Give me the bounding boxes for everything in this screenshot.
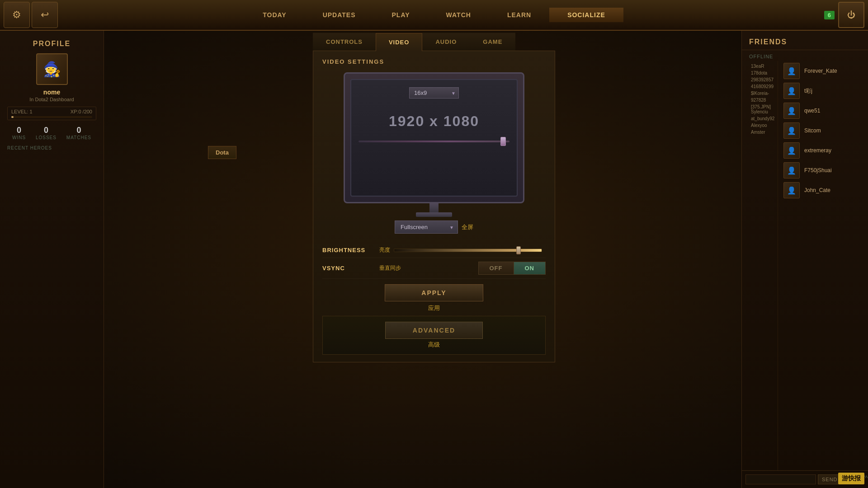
losses-label: LOSSES bbox=[36, 135, 57, 140]
right-sidebar: FRIENDS OFFLINE 13eaR 178dota 298392857 … bbox=[741, 31, 868, 488]
friend-item-2[interactable]: 👤 qwe51 bbox=[778, 101, 868, 121]
stats-row: 0 WINS 0 LOSSES 0 MATCHES bbox=[7, 126, 96, 140]
left-sidebar: PROFILE 🧙 nome In Dota2 Dashboard LEVEL:… bbox=[0, 31, 104, 488]
stat-matches: 0 MATCHES bbox=[66, 126, 91, 140]
stat-losses: 0 LOSSES bbox=[36, 126, 57, 140]
friend-name-0: Forever_Kate bbox=[804, 68, 837, 74]
friend-avatar-0: 👤 bbox=[783, 63, 800, 79]
friend-item-4[interactable]: 👤 extremeray bbox=[778, 141, 868, 160]
friend-name-6: John_Cate bbox=[804, 187, 830, 193]
vsync-off-btn[interactable]: OFF bbox=[479, 262, 514, 274]
monitor-slider-track bbox=[359, 141, 509, 142]
losses-value: 0 bbox=[36, 126, 57, 135]
friend-item-1[interactable]: 👤 t彩j bbox=[778, 81, 868, 101]
profile-section: PROFILE 🧙 nome In Dota2 Dashboard LEVEL:… bbox=[7, 40, 96, 150]
dota-tab[interactable]: Dota bbox=[208, 146, 236, 159]
nav-tab-today[interactable]: TODAY bbox=[245, 8, 304, 22]
monitor-stand bbox=[344, 203, 524, 217]
friends-right-col: 👤 Forever_Kate 👤 t彩j 👤 qwe51 👤 Sitcom 👤 bbox=[778, 61, 868, 470]
friend-left-name-3: 416809299 bbox=[745, 83, 774, 90]
tab-video[interactable]: VIDEO bbox=[376, 33, 422, 51]
vsync-on-btn[interactable]: ON bbox=[514, 262, 546, 274]
apply-button[interactable]: APPLY bbox=[385, 284, 483, 301]
friends-search-input[interactable] bbox=[745, 474, 816, 484]
friend-avatar-4: 👤 bbox=[783, 142, 800, 159]
profile-status: In Dota2 Dashboard bbox=[7, 97, 96, 102]
advanced-button[interactable]: ADVANCED bbox=[385, 322, 483, 339]
brightness-slider[interactable] bbox=[394, 249, 542, 252]
xp-info: XP:0 /200 bbox=[71, 109, 92, 114]
friend-left-name-8: Alexyoo bbox=[745, 122, 774, 129]
friend-left-name-4: $lKoreia- bbox=[745, 90, 774, 97]
screen-mode-row: Fullscreen 全屏 bbox=[344, 221, 524, 234]
back-icon-btn[interactable]: ↩ bbox=[32, 2, 58, 28]
profile-name: nome bbox=[7, 89, 96, 96]
profile-title: PROFILE bbox=[7, 40, 96, 48]
friend-item-5[interactable]: 👤 F750jShuai bbox=[778, 160, 868, 180]
power-button[interactable]: ⏻ bbox=[838, 2, 864, 28]
friends-offline-label: OFFLINE bbox=[742, 50, 868, 61]
resolution-display: 868 x 488 bbox=[389, 113, 479, 130]
friend-left-name-2: 298392857 bbox=[745, 76, 774, 83]
tab-game[interactable]: GAME bbox=[470, 33, 515, 51]
vsync-label-area: VSYNC 垂直同步 bbox=[322, 264, 478, 272]
monitor-screen: 16x9 868 x 488 bbox=[350, 79, 518, 197]
friends-split: 13eaR 178dota 298392857 416809299 $lKore… bbox=[742, 61, 868, 470]
advanced-chinese: 高级 bbox=[428, 341, 440, 349]
advanced-section: ADVANCED 高级 bbox=[322, 316, 546, 355]
level-badge: 6 bbox=[824, 11, 835, 19]
nav-tab-learn[interactable]: LEARN bbox=[489, 8, 549, 22]
friend-name-2: qwe51 bbox=[804, 108, 820, 114]
monitor-wrapper: 16x9 868 x 488 bbox=[322, 72, 546, 235]
level-label: LEVEL: 1 bbox=[11, 109, 33, 114]
friend-item-6[interactable]: 👤 John_Cate bbox=[778, 180, 868, 200]
nav-tab-play[interactable]: PLAY bbox=[374, 8, 428, 22]
section-title: VIDEO SETTINGS bbox=[322, 58, 546, 65]
tab-controls[interactable]: CONTROLS bbox=[313, 33, 376, 51]
settings-dialog: VIDEO SETTINGS 16x9 bbox=[313, 51, 555, 362]
friend-item-0[interactable]: 👤 Forever_Kate bbox=[778, 61, 868, 81]
settings-icon-btn[interactable]: ⚙ bbox=[4, 2, 30, 28]
level-bar-fill bbox=[11, 116, 14, 118]
center-panel: Dota CONTROLS VIDEO AUDIO GAME VIDEO SET… bbox=[104, 31, 741, 488]
friend-avatar-6: 👤 bbox=[783, 182, 800, 198]
aspect-ratio-dropdown[interactable]: 16x9 bbox=[409, 87, 459, 99]
stand-neck bbox=[429, 203, 439, 212]
friend-left-name-5: 927828 bbox=[745, 97, 774, 103]
brightness-thumb bbox=[516, 246, 521, 254]
monitor-brightness-slider[interactable] bbox=[359, 141, 509, 142]
friend-left-name-7: at_bundy92 bbox=[745, 115, 774, 122]
friend-item-3[interactable]: 👤 Sitcom bbox=[778, 121, 868, 141]
friends-left-col: 13eaR 178dota 298392857 416809299 $lKore… bbox=[742, 61, 778, 470]
vsync-toggle: OFF ON bbox=[478, 262, 546, 275]
settings-content: VIDEO SETTINGS 16x9 bbox=[313, 51, 555, 362]
aspect-ratio-area: 16x9 bbox=[409, 87, 459, 99]
brightness-chinese: 亮度 bbox=[379, 246, 390, 254]
vsync-label: VSYNC bbox=[322, 265, 377, 272]
profile-avatar: 🧙 bbox=[36, 53, 68, 85]
screen-mode-dropdown[interactable]: Fullscreen bbox=[395, 221, 458, 234]
screen-mode-chinese: 全屏 bbox=[462, 223, 473, 231]
top-nav: ⚙ ↩ TODAY UPDATES PLAY WATCH LEARN SOCIA… bbox=[0, 0, 868, 31]
friend-avatar-3: 👤 bbox=[783, 122, 800, 139]
brightness-row: BRIGHTNESS 亮度 bbox=[322, 243, 546, 258]
tab-audio[interactable]: AUDIO bbox=[422, 33, 470, 51]
friend-avatar-2: 👤 bbox=[783, 103, 800, 119]
monitor-slider-thumb bbox=[500, 137, 506, 146]
wins-value: 0 bbox=[12, 126, 26, 135]
nav-tab-watch[interactable]: WATCH bbox=[428, 8, 489, 22]
nav-tab-updates[interactable]: UPDATES bbox=[305, 8, 374, 22]
nav-tab-socialize[interactable]: SOCIALIZE bbox=[549, 8, 623, 22]
vsync-chinese: 垂直同步 bbox=[379, 264, 401, 272]
level-bar-container: LEVEL: 1 XP:0 /200 bbox=[7, 107, 96, 120]
level-info: LEVEL: 1 XP:0 /200 bbox=[11, 109, 92, 114]
wins-label: WINS bbox=[12, 135, 26, 140]
monitor-outer: 16x9 868 x 488 bbox=[344, 72, 524, 203]
friend-left-name-9: Amster bbox=[745, 129, 774, 136]
friend-left-name-6: [375.JPN] Sylenciu bbox=[745, 103, 774, 115]
matches-label: MATCHES bbox=[66, 135, 91, 140]
friend-left-name-0: 13eaR bbox=[745, 63, 774, 70]
nav-tabs: TODAY UPDATES PLAY WATCH LEARN SOCIALIZE bbox=[245, 8, 623, 22]
stand-base bbox=[416, 212, 452, 217]
watermark: 游快报 bbox=[838, 473, 864, 484]
